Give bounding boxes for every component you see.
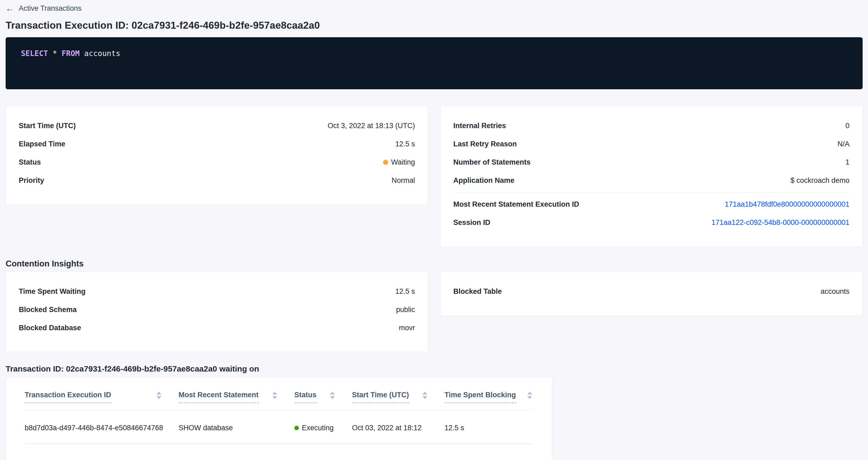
priority-label: Priority bbox=[19, 176, 44, 185]
contention-insights-heading: Contention Insights bbox=[6, 259, 863, 269]
last-retry-reason-row: Last Retry Reason N/A bbox=[453, 135, 849, 153]
blocked-database-label: Blocked Database bbox=[19, 324, 81, 332]
back-link-label: Active Transactions bbox=[19, 4, 82, 13]
table-row: b8d7d03a-d497-446b-8474-e50846674768 SHO… bbox=[25, 409, 534, 444]
column-header-label: Start Time (UTC) bbox=[352, 390, 409, 403]
blocked-table-value: accounts bbox=[820, 287, 849, 296]
start-time-value: Oct 3, 2022 at 18:13 (UTC) bbox=[328, 122, 415, 130]
blocked-database-row: Blocked Database movr bbox=[19, 319, 415, 337]
statement-execution-id-label: Most Recent Statement Execution ID bbox=[453, 200, 579, 209]
summary-cards-row: Start Time (UTC) Oct 3, 2022 at 18:13 (U… bbox=[6, 106, 863, 247]
statement-execution-id-link[interactable]: 171aa1b478fdf0e80000000000000001 bbox=[725, 200, 850, 209]
session-id-row: Session ID 171aa122-c092-54b8-0000-00000… bbox=[453, 214, 849, 232]
page-title: Transaction Execution ID: 02ca7931-f246-… bbox=[6, 20, 863, 31]
cell-time-spent-blocking: 12.5 s bbox=[444, 409, 534, 444]
transaction-details-page: ← Active Transactions Transaction Execut… bbox=[0, 0, 868, 460]
time-spent-waiting-row: Time Spent Waiting 12.5 s bbox=[19, 282, 415, 301]
number-of-statements-label: Number of Statements bbox=[453, 158, 530, 166]
waiting-transactions-table: Transaction Execution ID Most Recent Sta… bbox=[25, 377, 534, 444]
statement-details-card: Internal Retries 0 Last Retry Reason N/A… bbox=[440, 106, 863, 247]
column-header-transaction-execution-id[interactable]: Transaction Execution ID bbox=[25, 377, 179, 410]
elapsed-time-value: 12.5 s bbox=[395, 140, 415, 148]
last-retry-reason-value: N/A bbox=[837, 140, 849, 148]
cell-most-recent-statement: SHOW database bbox=[179, 409, 294, 444]
column-header-most-recent-statement[interactable]: Most Recent Statement bbox=[179, 377, 294, 410]
start-time-row: Start Time (UTC) Oct 3, 2022 at 18:13 (U… bbox=[19, 117, 415, 135]
priority-row: Priority Normal bbox=[19, 172, 415, 190]
blocked-table-card: Blocked Table accounts bbox=[440, 272, 863, 316]
internal-retries-label: Internal Retries bbox=[453, 122, 506, 130]
start-time-label: Start Time (UTC) bbox=[19, 122, 76, 130]
sql-table-identifier: accounts bbox=[84, 49, 120, 58]
session-id-label: Session ID bbox=[453, 218, 490, 227]
status-waiting-dot-icon bbox=[383, 160, 388, 165]
table-header-row: Transaction Execution ID Most Recent Sta… bbox=[25, 377, 534, 410]
internal-retries-row: Internal Retries 0 bbox=[453, 117, 849, 135]
status-value: Waiting bbox=[383, 158, 415, 166]
column-header-label: Most Recent Statement bbox=[179, 390, 259, 403]
statement-execution-id-row: Most Recent Statement Execution ID 171aa… bbox=[453, 195, 849, 214]
sort-arrows-icon[interactable] bbox=[330, 392, 335, 399]
sort-arrows-icon[interactable] bbox=[423, 392, 427, 399]
priority-value: Normal bbox=[392, 176, 415, 185]
status-waiting-text: Waiting bbox=[391, 158, 415, 166]
blocked-schema-value: public bbox=[396, 306, 415, 314]
blocked-table-label: Blocked Table bbox=[453, 287, 502, 296]
number-of-statements-value: 1 bbox=[845, 158, 849, 166]
elapsed-time-row: Elapsed Time 12.5 s bbox=[19, 135, 415, 153]
column-header-start-time[interactable]: Start Time (UTC) bbox=[352, 377, 444, 410]
contention-cards-row: Time Spent Waiting 12.5 s Blocked Schema… bbox=[6, 272, 863, 352]
blocked-table-row: Blocked Table accounts bbox=[453, 282, 849, 301]
session-id-link[interactable]: 171aa122-c092-54b8-0000-000000000001 bbox=[711, 218, 849, 227]
sort-arrows-icon[interactable] bbox=[157, 392, 161, 399]
status-executing-dot-icon bbox=[294, 426, 299, 430]
last-retry-reason-label: Last Retry Reason bbox=[453, 140, 517, 148]
blocked-schema-row: Blocked Schema public bbox=[19, 301, 415, 319]
column-header-label: Time Spent Blocking bbox=[444, 390, 516, 403]
sort-arrows-icon[interactable] bbox=[272, 392, 277, 399]
time-spent-waiting-value: 12.5 s bbox=[395, 287, 415, 296]
column-header-label: Transaction Execution ID bbox=[25, 390, 111, 403]
blocked-schema-label: Blocked Schema bbox=[19, 306, 77, 314]
cell-status: Executing bbox=[294, 409, 352, 444]
waiting-on-heading: Transaction ID: 02ca7931-f246-469b-b2fe-… bbox=[6, 364, 863, 374]
cell-start-time: Oct 03, 2022 at 18:12 bbox=[352, 409, 444, 444]
status-row: Status Waiting bbox=[19, 153, 415, 172]
sql-star-operator: * bbox=[53, 49, 57, 58]
waiting-transactions-table-card: Transaction Execution ID Most Recent Sta… bbox=[6, 377, 552, 460]
back-arrow-icon: ← bbox=[6, 4, 14, 12]
column-header-label: Status bbox=[294, 390, 317, 403]
transaction-overview-card: Start Time (UTC) Oct 3, 2022 at 18:13 (U… bbox=[6, 106, 428, 205]
number-of-statements-row: Number of Statements 1 bbox=[453, 153, 849, 172]
blocked-database-value: movr bbox=[399, 324, 415, 332]
application-name-value: $ cockroach demo bbox=[790, 176, 849, 185]
card-divider bbox=[453, 192, 849, 193]
contention-details-card: Time Spent Waiting 12.5 s Blocked Schema… bbox=[6, 272, 428, 352]
status-label: Status bbox=[19, 158, 41, 166]
status-executing-text: Executing bbox=[302, 423, 334, 432]
sql-statement-box: SELECT * FROM accounts bbox=[6, 37, 863, 89]
back-link-active-transactions[interactable]: ← Active Transactions bbox=[6, 4, 82, 13]
time-spent-waiting-label: Time Spent Waiting bbox=[19, 287, 86, 296]
column-header-status[interactable]: Status bbox=[294, 377, 352, 410]
sort-arrows-icon[interactable] bbox=[527, 392, 532, 399]
internal-retries-value: 0 bbox=[845, 122, 849, 130]
elapsed-time-label: Elapsed Time bbox=[19, 140, 65, 148]
sql-keyword-from: FROM bbox=[62, 49, 80, 58]
column-header-time-spent-blocking[interactable]: Time Spent Blocking bbox=[444, 377, 534, 410]
sql-keyword-select: SELECT bbox=[21, 49, 48, 58]
application-name-label: Application Name bbox=[453, 176, 515, 185]
cell-transaction-execution-id: b8d7d03a-d497-446b-8474-e50846674768 bbox=[25, 409, 179, 444]
application-name-row: Application Name $ cockroach demo bbox=[453, 172, 849, 190]
